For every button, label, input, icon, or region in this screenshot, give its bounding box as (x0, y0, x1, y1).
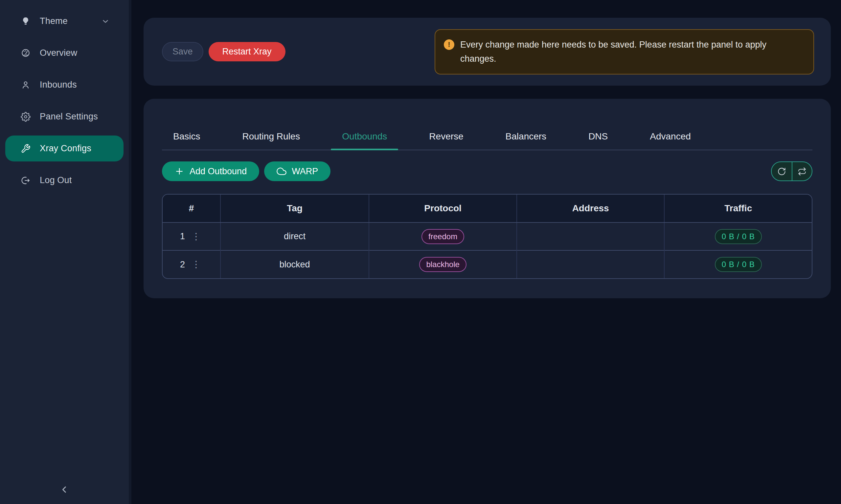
column-header-index: # (162, 195, 220, 222)
column-header-traffic: Traffic (664, 195, 812, 222)
repeat-button[interactable] (792, 162, 812, 180)
column-header-protocol: Protocol (369, 195, 517, 222)
lightbulb-icon (21, 16, 31, 26)
toolbar: Save Restart Xray (162, 42, 286, 61)
row-tag: blocked (220, 250, 369, 278)
restart-alert: ! Every change made here needs to be sav… (435, 29, 814, 74)
sidebar-item-label: Inbounds (40, 80, 77, 90)
add-outbound-label: Add Outbound (190, 166, 247, 177)
row-index: 2 (180, 259, 185, 270)
sidebar-item-label: Panel Settings (40, 111, 98, 122)
cloud-icon (277, 166, 287, 176)
warp-button[interactable]: WARP (264, 161, 330, 181)
sidebar-item-overview[interactable]: Overview (5, 40, 123, 66)
gauge-icon (21, 48, 31, 58)
sidebar-item-theme[interactable]: Theme (5, 8, 123, 34)
refresh-button[interactable] (772, 162, 792, 180)
row-address (517, 222, 665, 250)
sidebar-item-panel-settings[interactable]: Panel Settings (5, 104, 123, 130)
tab-outbounds[interactable]: Outbounds (331, 131, 398, 150)
restart-xray-button[interactable]: Restart Xray (209, 42, 286, 61)
gear-icon (21, 112, 31, 122)
sidebar: Theme Overview Inbounds Panel Settings (0, 0, 132, 504)
row-menu-button[interactable]: ⋮ (190, 231, 203, 242)
table-row: 2 ⋮ blocked blackhole 0 B / 0 B (162, 250, 812, 278)
sidebar-item-inbounds[interactable]: Inbounds (5, 72, 123, 98)
alert-text: Every change made here needs to be saved… (460, 38, 802, 66)
traffic-badge: 0 B / 0 B (715, 229, 762, 244)
traffic-badge: 0 B / 0 B (715, 257, 762, 272)
refresh-icon (777, 167, 786, 176)
sidebar-collapse-button[interactable] (54, 482, 74, 498)
sidebar-item-log-out[interactable]: Log Out (5, 167, 123, 193)
warning-icon: ! (444, 39, 454, 50)
tab-bar: Basics Routing Rules Outbounds Reverse B… (162, 99, 812, 150)
app-root: Theme Overview Inbounds Panel Settings (0, 0, 841, 504)
tab-dns[interactable]: DNS (577, 131, 619, 150)
sidebar-item-label: Log Out (40, 175, 72, 185)
add-outbound-button[interactable]: Add Outbound (162, 161, 259, 181)
protocol-badge: freedom (422, 229, 464, 244)
logout-icon (21, 176, 31, 185)
table-row: 1 ⋮ direct freedom 0 B / 0 B (162, 222, 812, 250)
row-tag: direct (220, 222, 369, 250)
row-menu-button[interactable]: ⋮ (190, 258, 203, 270)
row-index: 1 (180, 231, 185, 241)
column-header-tag: Tag (220, 195, 369, 222)
main-content: Save Restart Xray ! Every change made he… (132, 0, 841, 504)
chevron-left-icon (59, 484, 70, 496)
xray-config-card: Basics Routing Rules Outbounds Reverse B… (143, 99, 831, 298)
tab-balancers[interactable]: Balancers (494, 131, 558, 150)
tab-reverse[interactable]: Reverse (418, 131, 474, 150)
plus-icon (174, 166, 184, 176)
outbounds-table: # Tag Protocol Address Traffic 1 (162, 194, 812, 279)
warp-label: WARP (292, 166, 318, 177)
actions-row: Add Outbound WARP (162, 161, 812, 181)
sidebar-item-label: Overview (40, 48, 77, 58)
table-header-row: # Tag Protocol Address Traffic (162, 195, 812, 222)
wrench-icon (21, 144, 31, 154)
repeat-icon (797, 167, 807, 176)
user-icon (21, 80, 31, 90)
row-address (517, 250, 665, 278)
sidebar-item-label: Theme (40, 16, 68, 26)
save-button[interactable]: Save (162, 42, 203, 61)
chevron-down-icon (101, 17, 110, 25)
sidebar-item-label: Xray Configs (40, 143, 91, 154)
tab-routing-rules[interactable]: Routing Rules (231, 131, 311, 150)
sidebar-item-xray-configs[interactable]: Xray Configs (5, 136, 123, 161)
column-header-address: Address (517, 195, 665, 222)
protocol-badge: blackhole (419, 257, 466, 272)
tab-basics[interactable]: Basics (162, 131, 211, 150)
refresh-button-group (771, 161, 812, 181)
tab-advanced[interactable]: Advanced (639, 131, 702, 150)
save-restart-card: Save Restart Xray ! Every change made he… (143, 18, 831, 86)
